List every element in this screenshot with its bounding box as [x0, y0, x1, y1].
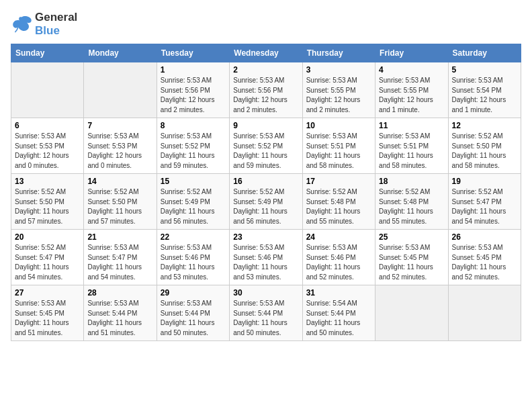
- page-header: General Blue: [11, 11, 521, 37]
- calendar-cell: 15Sunrise: 5:52 AM Sunset: 5:49 PM Dayli…: [157, 174, 229, 230]
- day-number: 30: [233, 288, 298, 298]
- calendar-cell: 24Sunrise: 5:53 AM Sunset: 5:46 PM Dayli…: [302, 230, 375, 285]
- day-number: 16: [233, 177, 298, 186]
- calendar-cell: 7Sunrise: 5:53 AM Sunset: 5:53 PM Daylig…: [84, 118, 157, 174]
- calendar-cell: 10Sunrise: 5:53 AM Sunset: 5:51 PM Dayli…: [302, 118, 375, 174]
- day-number: 4: [379, 65, 444, 75]
- day-number: 2: [233, 65, 298, 75]
- calendar-cell: 12Sunrise: 5:52 AM Sunset: 5:50 PM Dayli…: [448, 118, 521, 174]
- logo-bird-icon: [11, 15, 32, 34]
- calendar-week-row: 20Sunrise: 5:52 AM Sunset: 5:47 PM Dayli…: [11, 230, 521, 285]
- day-detail: Sunrise: 5:53 AM Sunset: 5:52 PM Dayligh…: [233, 132, 298, 171]
- day-detail: Sunrise: 5:53 AM Sunset: 5:46 PM Dayligh…: [306, 243, 371, 282]
- weekday-header: Sunday: [11, 44, 84, 62]
- calendar-cell: [84, 62, 157, 118]
- calendar-cell: 26Sunrise: 5:53 AM Sunset: 5:45 PM Dayli…: [448, 230, 521, 285]
- day-number: 19: [452, 177, 517, 186]
- day-number: 20: [15, 232, 80, 242]
- calendar-week-row: 1Sunrise: 5:53 AM Sunset: 5:56 PM Daylig…: [11, 62, 521, 118]
- weekday-header: Friday: [375, 44, 448, 62]
- day-detail: Sunrise: 5:54 AM Sunset: 5:44 PM Dayligh…: [306, 299, 371, 338]
- calendar-cell: 21Sunrise: 5:53 AM Sunset: 5:47 PM Dayli…: [84, 230, 157, 285]
- day-detail: Sunrise: 5:53 AM Sunset: 5:54 PM Dayligh…: [452, 76, 517, 115]
- day-detail: Sunrise: 5:52 AM Sunset: 5:50 PM Dayligh…: [15, 187, 80, 226]
- day-number: 25: [379, 232, 444, 242]
- day-detail: Sunrise: 5:52 AM Sunset: 5:50 PM Dayligh…: [87, 187, 152, 226]
- calendar-cell: 22Sunrise: 5:53 AM Sunset: 5:46 PM Dayli…: [157, 230, 229, 285]
- day-detail: Sunrise: 5:53 AM Sunset: 5:44 PM Dayligh…: [161, 299, 226, 338]
- calendar-cell: 19Sunrise: 5:52 AM Sunset: 5:47 PM Dayli…: [448, 174, 521, 230]
- weekday-header: Wednesday: [230, 44, 302, 62]
- day-number: 5: [452, 65, 517, 75]
- day-detail: Sunrise: 5:53 AM Sunset: 5:53 PM Dayligh…: [15, 132, 80, 171]
- day-detail: Sunrise: 5:52 AM Sunset: 5:47 PM Dayligh…: [452, 187, 517, 226]
- day-detail: Sunrise: 5:52 AM Sunset: 5:48 PM Dayligh…: [306, 187, 371, 226]
- day-detail: Sunrise: 5:53 AM Sunset: 5:52 PM Dayligh…: [161, 132, 226, 171]
- calendar-cell: 5Sunrise: 5:53 AM Sunset: 5:54 PM Daylig…: [448, 62, 521, 118]
- day-detail: Sunrise: 5:53 AM Sunset: 5:46 PM Dayligh…: [161, 243, 226, 282]
- day-number: 24: [306, 232, 371, 242]
- calendar-cell: 20Sunrise: 5:52 AM Sunset: 5:47 PM Dayli…: [11, 230, 84, 285]
- calendar-cell: 18Sunrise: 5:52 AM Sunset: 5:48 PM Dayli…: [375, 174, 448, 230]
- day-detail: Sunrise: 5:53 AM Sunset: 5:47 PM Dayligh…: [87, 243, 152, 282]
- day-detail: Sunrise: 5:53 AM Sunset: 5:55 PM Dayligh…: [306, 76, 371, 115]
- calendar-cell: [375, 285, 448, 341]
- day-number: 10: [306, 121, 371, 130]
- calendar-cell: 29Sunrise: 5:53 AM Sunset: 5:44 PM Dayli…: [157, 285, 229, 341]
- day-detail: Sunrise: 5:53 AM Sunset: 5:45 PM Dayligh…: [452, 243, 517, 282]
- day-number: 9: [233, 121, 298, 130]
- weekday-header: Thursday: [302, 44, 375, 62]
- logo-text: General Blue: [35, 11, 77, 37]
- logo: General Blue: [11, 11, 77, 37]
- day-number: 17: [306, 177, 371, 186]
- calendar-cell: [11, 62, 84, 118]
- calendar-cell: 27Sunrise: 5:53 AM Sunset: 5:45 PM Dayli…: [11, 285, 84, 341]
- calendar-week-row: 6Sunrise: 5:53 AM Sunset: 5:53 PM Daylig…: [11, 118, 521, 174]
- calendar-cell: 17Sunrise: 5:52 AM Sunset: 5:48 PM Dayli…: [302, 174, 375, 230]
- day-detail: Sunrise: 5:53 AM Sunset: 5:51 PM Dayligh…: [379, 132, 444, 171]
- calendar-cell: 30Sunrise: 5:53 AM Sunset: 5:44 PM Dayli…: [230, 285, 302, 341]
- calendar-cell: 2Sunrise: 5:53 AM Sunset: 5:56 PM Daylig…: [230, 62, 302, 118]
- calendar-cell: 31Sunrise: 5:54 AM Sunset: 5:44 PM Dayli…: [302, 285, 375, 341]
- day-number: 8: [161, 121, 226, 130]
- day-number: 21: [87, 232, 152, 242]
- day-detail: Sunrise: 5:52 AM Sunset: 5:48 PM Dayligh…: [379, 187, 444, 226]
- day-number: 6: [15, 121, 80, 130]
- day-detail: Sunrise: 5:53 AM Sunset: 5:45 PM Dayligh…: [379, 243, 444, 282]
- day-detail: Sunrise: 5:53 AM Sunset: 5:56 PM Dayligh…: [233, 76, 298, 115]
- day-number: 26: [452, 232, 517, 242]
- day-detail: Sunrise: 5:53 AM Sunset: 5:46 PM Dayligh…: [233, 243, 298, 282]
- calendar-cell: 23Sunrise: 5:53 AM Sunset: 5:46 PM Dayli…: [230, 230, 302, 285]
- day-number: 29: [161, 288, 226, 298]
- day-detail: Sunrise: 5:52 AM Sunset: 5:47 PM Dayligh…: [15, 243, 80, 282]
- day-number: 11: [379, 121, 444, 130]
- calendar-week-row: 13Sunrise: 5:52 AM Sunset: 5:50 PM Dayli…: [11, 174, 521, 230]
- day-number: 1: [161, 65, 226, 75]
- day-number: 28: [87, 288, 152, 298]
- calendar-cell: 13Sunrise: 5:52 AM Sunset: 5:50 PM Dayli…: [11, 174, 84, 230]
- day-number: 23: [233, 232, 298, 242]
- calendar-cell: [448, 285, 521, 341]
- calendar-cell: 16Sunrise: 5:52 AM Sunset: 5:49 PM Dayli…: [230, 174, 302, 230]
- day-number: 31: [306, 288, 371, 298]
- day-detail: Sunrise: 5:52 AM Sunset: 5:50 PM Dayligh…: [452, 132, 517, 171]
- day-detail: Sunrise: 5:52 AM Sunset: 5:49 PM Dayligh…: [161, 187, 226, 226]
- day-number: 13: [15, 177, 80, 186]
- day-number: 15: [161, 177, 226, 186]
- day-number: 14: [87, 177, 152, 186]
- day-detail: Sunrise: 5:53 AM Sunset: 5:45 PM Dayligh…: [15, 299, 80, 338]
- calendar-cell: 14Sunrise: 5:52 AM Sunset: 5:50 PM Dayli…: [84, 174, 157, 230]
- calendar-cell: 9Sunrise: 5:53 AM Sunset: 5:52 PM Daylig…: [230, 118, 302, 174]
- day-number: 27: [15, 288, 80, 298]
- day-detail: Sunrise: 5:53 AM Sunset: 5:51 PM Dayligh…: [306, 132, 371, 171]
- day-number: 22: [161, 232, 226, 242]
- day-number: 7: [87, 121, 152, 130]
- day-detail: Sunrise: 5:52 AM Sunset: 5:49 PM Dayligh…: [233, 187, 298, 226]
- calendar-cell: 6Sunrise: 5:53 AM Sunset: 5:53 PM Daylig…: [11, 118, 84, 174]
- day-number: 12: [452, 121, 517, 130]
- calendar-table: SundayMondayTuesdayWednesdayThursdayFrid…: [11, 44, 521, 341]
- calendar-cell: 11Sunrise: 5:53 AM Sunset: 5:51 PM Dayli…: [375, 118, 448, 174]
- calendar-cell: 1Sunrise: 5:53 AM Sunset: 5:56 PM Daylig…: [157, 62, 229, 118]
- day-detail: Sunrise: 5:53 AM Sunset: 5:55 PM Dayligh…: [379, 76, 444, 115]
- calendar-cell: 3Sunrise: 5:53 AM Sunset: 5:55 PM Daylig…: [302, 62, 375, 118]
